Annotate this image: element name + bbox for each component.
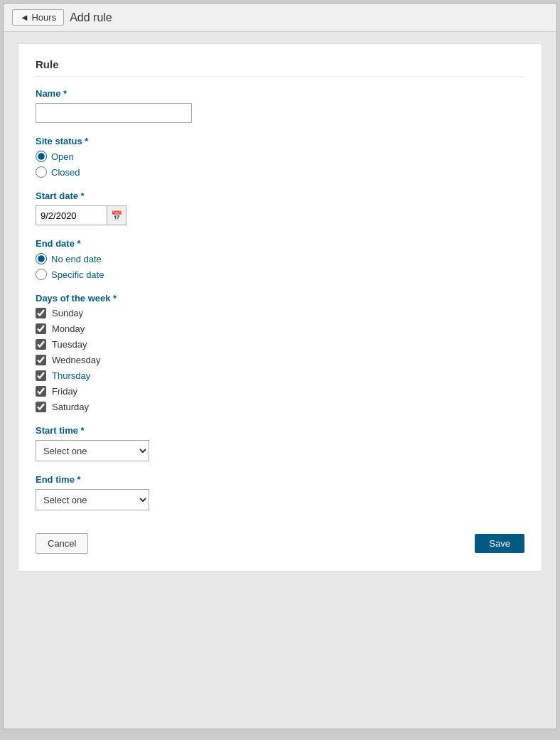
name-input[interactable] xyxy=(36,103,192,123)
start-date-label: Start date * xyxy=(36,191,524,201)
saturday-label: Saturday xyxy=(52,402,89,412)
tuesday-label: Tuesday xyxy=(52,339,87,350)
monday-checkbox[interactable] xyxy=(36,323,46,334)
footer-actions: Cancel Save xyxy=(36,527,524,554)
calendar-icon-button[interactable]: 📅 xyxy=(107,205,126,225)
no-end-date-label: No end date xyxy=(51,254,102,264)
wednesday-checkbox[interactable] xyxy=(36,355,46,365)
site-status-group: Site status * Open Closed xyxy=(36,136,524,178)
start-date-input[interactable] xyxy=(36,205,107,225)
site-status-open-item[interactable]: Open xyxy=(36,151,524,162)
site-status-closed-radio[interactable] xyxy=(36,166,47,178)
start-time-select[interactable]: Select one xyxy=(36,440,149,461)
monday-label: Monday xyxy=(52,323,85,334)
sunday-checkbox[interactable] xyxy=(36,308,46,318)
back-button[interactable]: ◄ Hours xyxy=(12,9,64,26)
tuesday-checkbox[interactable] xyxy=(36,339,46,350)
name-field-group: Name * xyxy=(36,88,524,123)
sunday-item[interactable]: Sunday xyxy=(36,308,524,318)
thursday-item[interactable]: Thursday xyxy=(36,370,524,381)
days-checkbox-group: Sunday Monday Tuesday Wednesday xyxy=(36,308,524,412)
wednesday-item[interactable]: Wednesday xyxy=(36,355,524,365)
start-date-wrap: 📅 xyxy=(36,205,524,225)
wednesday-label: Wednesday xyxy=(52,355,100,365)
no-end-date-item[interactable]: No end date xyxy=(36,253,524,264)
start-time-label: Start time * xyxy=(36,425,524,436)
site-status-open-radio[interactable] xyxy=(36,151,47,162)
sunday-label: Sunday xyxy=(52,308,83,318)
section-title: Rule xyxy=(36,58,524,77)
tuesday-item[interactable]: Tuesday xyxy=(36,339,524,350)
topbar: ◄ Hours Add rule xyxy=(4,4,556,32)
cancel-button[interactable]: Cancel xyxy=(36,533,88,554)
start-time-group: Start time * Select one xyxy=(36,425,524,461)
site-status-radio-group: Open Closed xyxy=(36,151,524,178)
friday-item[interactable]: Friday xyxy=(36,386,524,397)
days-of-week-group: Days of the week * Sunday Monday Tuesday xyxy=(36,293,524,412)
thursday-checkbox[interactable] xyxy=(36,370,46,381)
name-label: Name * xyxy=(36,88,524,99)
site-status-closed-item[interactable]: Closed xyxy=(36,166,524,178)
end-date-radio-group: No end date Specific date xyxy=(36,253,524,280)
rule-card: Rule Name * Site status * Open Closed xyxy=(18,43,542,572)
saturday-item[interactable]: Saturday xyxy=(36,402,524,412)
calendar-icon: 📅 xyxy=(111,210,122,221)
end-date-label: End date * xyxy=(36,238,524,249)
specific-date-item[interactable]: Specific date xyxy=(36,269,524,280)
monday-item[interactable]: Monday xyxy=(36,323,524,334)
content-area: Rule Name * Site status * Open Closed xyxy=(4,32,556,729)
specific-date-label: Specific date xyxy=(51,269,104,280)
friday-checkbox[interactable] xyxy=(36,386,46,397)
friday-label: Friday xyxy=(52,386,77,397)
thursday-label: Thursday xyxy=(52,370,90,381)
end-time-select[interactable]: Select one xyxy=(36,489,149,510)
page-title: Add rule xyxy=(70,11,112,24)
days-of-week-label: Days of the week * xyxy=(36,293,524,304)
site-status-label: Site status * xyxy=(36,136,524,146)
site-status-open-label: Open xyxy=(51,151,74,162)
no-end-date-radio[interactable] xyxy=(36,253,47,264)
main-window: ◄ Hours Add rule Rule Name * Site status… xyxy=(3,3,557,729)
specific-date-radio[interactable] xyxy=(36,269,47,280)
end-date-group: End date * No end date Specific date xyxy=(36,238,524,280)
saturday-checkbox[interactable] xyxy=(36,402,46,412)
start-date-group: Start date * 📅 xyxy=(36,191,524,225)
save-button[interactable]: Save xyxy=(475,534,524,553)
end-time-group: End time * Select one xyxy=(36,474,524,510)
end-time-label: End time * xyxy=(36,474,524,485)
site-status-closed-label: Closed xyxy=(51,167,80,178)
